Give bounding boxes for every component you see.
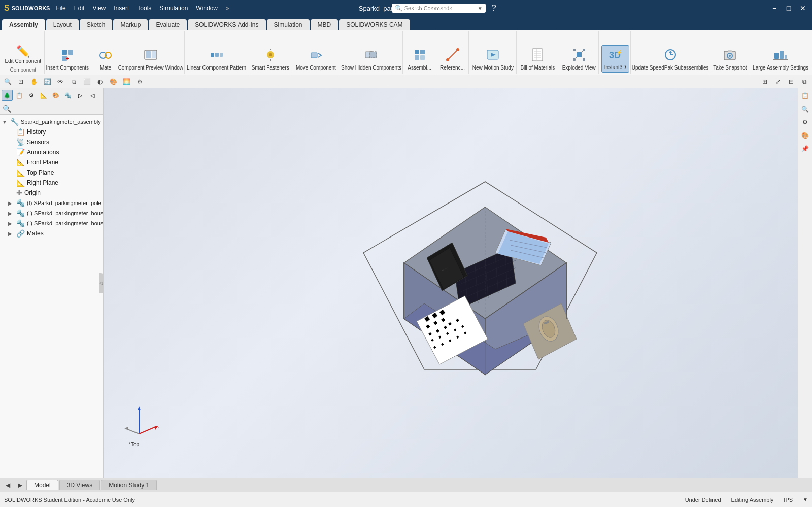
display-manager-button[interactable]: 🎨 [50,90,61,101]
menu-view[interactable]: View [92,5,106,12]
tab-prev-button[interactable]: ◀ [2,480,13,491]
rotate-button[interactable]: 🔄 [42,76,53,87]
appearance-button[interactable]: 🎨 [108,76,119,87]
pan-button[interactable]: ✋ [28,76,40,87]
hide-show-button[interactable]: ◐ [94,76,106,87]
tab-motion-study[interactable]: Motion Study 1 [101,480,157,490]
tab-sketch[interactable]: Sketch [80,19,113,30]
menu-edit[interactable]: Edit [74,5,85,12]
minimize-button[interactable]: − [769,3,780,13]
coordinate-axes: X *Top [119,403,159,447]
zoom-area-button[interactable]: ⊡ [15,76,26,87]
right-panel-btn-5[interactable]: 📌 [800,143,811,154]
reference-icon [446,48,460,64]
instant3d-label: Instant3D [604,64,626,71]
menu-insert[interactable]: Insert [114,5,129,12]
exploded-view-icon [572,48,586,64]
new-motion-study-button[interactable]: New Motion Study [470,46,516,73]
tab-simulation[interactable]: Simulation [267,19,310,30]
edit-component-button[interactable]: ✏️ Edit Component [2,45,44,66]
nav-forward-button[interactable]: ▷ [75,90,86,101]
tab-assembly[interactable]: Assembly [2,19,45,30]
assembly-button[interactable]: Assembl... [405,46,434,73]
tree-part-housing2[interactable]: ▶ 🔩 (-) SParkd_parkingmeter_housi [0,218,103,228]
bill-of-materials-button[interactable]: Bill of Materials [518,46,557,73]
tree-front-plane[interactable]: 📐 Front Plane [0,157,103,167]
instant3d-button[interactable]: 3D⚡ Instant3D [601,45,629,73]
property-manager-button[interactable]: 📋 [14,90,25,101]
mate-button[interactable]: Mate [93,47,118,73]
tab-markup[interactable]: Markup [113,19,148,30]
expand-view-button[interactable]: ⤢ [772,76,784,87]
menu-more[interactable]: » [226,5,229,12]
title-bar: S SOLIDWORKS File Edit View Insert Tools… [0,0,812,16]
tab-layout[interactable]: Layout [46,19,79,30]
smart-fasteners-button[interactable]: Smart Fasteners [249,46,292,73]
view-button[interactable]: 👁 [55,76,66,87]
tree-origin[interactable]: ✚ Origin [0,188,103,198]
tab-evaluate[interactable]: Evaluate [149,19,187,30]
insert-components-button[interactable]: + Insert Components [44,47,92,73]
view-options-button[interactable]: ⊟ [786,76,797,87]
tab-next-button[interactable]: ▶ [14,480,25,491]
sidebar-collapse-button[interactable]: ◁ [99,273,103,293]
window-options-button[interactable]: ⧉ [799,76,810,87]
view-settings-button[interactable]: ⚙ [134,76,145,87]
tree-root-assembly[interactable]: ▼ 🔧 Sparkd_parkingmeter_assembly (D [0,117,103,127]
ribbon-group-large-assembly: Large Assembly Settings [751,31,810,74]
tab-addins[interactable]: SOLIDWORKS Add-Ins [188,19,265,30]
show-hidden-button[interactable]: Show Hidden Components [339,46,404,73]
linear-pattern-button[interactable]: Linear Component Pattern [184,46,249,73]
update-speedpak-button[interactable]: Update SpeedPak Subassemblies [629,46,712,73]
tree-part-housing1[interactable]: ▶ 🔩 (-) SParkd_parkingmeter_housi [0,208,103,218]
take-snapshot-button[interactable]: Take Snapshot [710,46,749,73]
tree-front-plane-label: Front Plane [27,159,58,166]
right-panel-btn-4[interactable]: 🎨 [800,130,811,141]
part-pole-icon: 🔩 [16,199,25,207]
component-preview-button[interactable]: Component Preview Window [116,46,186,73]
menu-tools[interactable]: Tools [137,5,151,12]
tree-sensors[interactable]: 📡 Sensors [0,137,103,147]
tree-annotations[interactable]: 📝 Annotations [0,147,103,157]
tab-model[interactable]: Model [26,480,58,490]
exploded-view-button[interactable]: Exploded View [560,46,598,73]
tree-right-plane[interactable]: 📐 Right Plane [0,178,103,188]
tree-part-pole[interactable]: ▶ 🔩 (f) SParkd_parkingmeter_pole- [0,198,103,208]
config-manager-button[interactable]: ⚙ [26,90,37,101]
tab-mbd[interactable]: MBD [311,19,339,30]
zoom-to-fit-button[interactable]: 🔍 [2,76,13,87]
bottom-tab-bar: ◀ ▶ Model 3D Views Motion Study 1 [0,478,812,492]
menu-file[interactable]: File [56,5,65,12]
menu-window[interactable]: Window [196,5,218,12]
display-style-button[interactable]: ⬜ [81,76,92,87]
help-icon[interactable]: ? [492,4,496,13]
section-view-button[interactable]: ⧉ [68,76,79,87]
tab-3d-views[interactable]: 3D Views [59,480,100,490]
menu-simulation[interactable]: Simulation [159,5,188,12]
3d-viewport[interactable]: ~~~ [104,88,798,478]
right-panel-btn-3[interactable]: ⚙ [800,117,811,128]
tree-history[interactable]: 📋 History [0,127,103,137]
right-panel-btn-2[interactable]: 🔍 [800,104,811,115]
svg-rect-22 [420,55,425,60]
cam-manager-button[interactable]: 🔩 [62,90,74,101]
feature-manager-button[interactable]: 🌲 [2,90,13,101]
close-button[interactable]: ✕ [798,3,808,13]
right-panel-btn-1[interactable]: 📋 [800,90,811,102]
move-component-button[interactable]: Move Component [293,46,339,73]
new-motion-study-label: New Motion Study [472,65,514,71]
view-selector-button[interactable]: ⊞ [759,76,770,87]
search-dropdown-icon[interactable]: ▼ [478,6,483,11]
scene-button[interactable]: 🌅 [121,76,132,87]
large-assembly-button[interactable]: Large Assembly Settings [750,46,811,73]
status-bar: SOLIDWORKS Student Edition - Academic Us… [0,492,812,507]
maximize-button[interactable]: □ [784,3,794,13]
units-dropdown[interactable]: ▼ [803,497,808,502]
tree-mates[interactable]: ▶ 🔗 Mates [0,228,103,239]
tree-top-plane[interactable]: 📐 Top Plane [0,167,103,178]
reference-button[interactable]: Referenc... [437,46,467,73]
dim-xpert-button[interactable]: 📐 [38,90,49,101]
tab-solidworks-cam[interactable]: SOLIDWORKS CAM [339,19,410,30]
ribbon-group-exploded: Exploded View [559,31,599,74]
nav-back-button[interactable]: ◁ [87,90,98,101]
